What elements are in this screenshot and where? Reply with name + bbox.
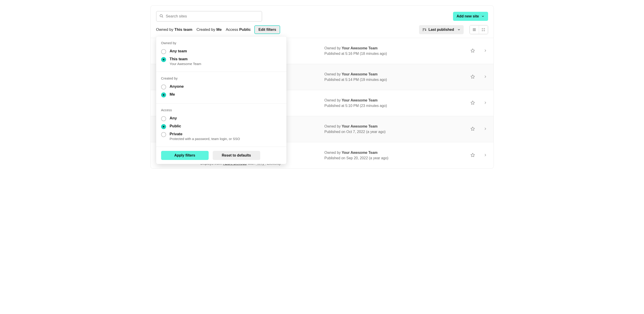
svg-marker-17 [471,153,474,157]
star-icon [470,75,475,79]
star-icon [470,127,475,131]
radio-access-private[interactable]: Private Protected with a password, team … [161,131,282,142]
site-owner-line: Owned by Your Awesome Team [324,124,471,128]
favorite-button[interactable] [470,100,476,107]
filter-section-created: Created by Anyone Me [156,72,286,104]
radio-created-me[interactable]: Me [161,91,282,99]
star-icon [470,49,475,53]
reset-filters-button[interactable]: Reset to defaults [213,151,260,160]
apply-filters-button[interactable]: Apply filters [161,151,209,160]
svg-rect-9 [482,28,483,29]
filter-access: Access Public [226,28,251,32]
owned-by-label: Owned by [324,124,342,128]
filter-section-label: Created by [161,76,282,80]
radio-icon [161,132,166,137]
filter-section-label: Access [161,108,282,112]
site-owner-line: Owned by Your Awesome Team [324,46,471,50]
open-site-button[interactable] [483,74,488,80]
radio-title: This team [170,57,202,61]
radio-title: Private [170,132,240,136]
site-published-line: Published at 5:14 PM (19 minutes ago) [324,78,471,82]
svg-rect-12 [484,30,485,31]
filter-section-access: Access Any Public [156,104,286,147]
owned-by-label: Owned by [324,98,342,102]
owned-by-label: Owned by [324,46,342,50]
owned-by-label: Owned by [324,72,342,76]
filter-owned: Owned by This team [156,28,192,32]
radio-title: Public [170,124,181,128]
radio-icon [161,124,166,129]
chevron-right-icon [484,49,487,53]
site-owner-name: Your Awesome Team [342,124,378,128]
search-field-wrap [156,11,262,22]
chevron-down-icon [481,15,484,18]
radio-subtitle: Protected with a password, team login, o… [170,137,240,141]
radio-title: Any [170,116,177,121]
radio-subtitle: Your Awesome Team [170,62,202,66]
edit-filters-button[interactable]: Edit filters [254,25,280,34]
radio-owned-this-team[interactable]: This team Your Awesome Team [161,56,282,67]
sort-button[interactable]: Last published [419,25,464,34]
radio-icon [161,57,166,62]
filter-created-label: Created by [196,28,215,32]
open-site-button[interactable] [483,48,488,54]
radio-access-any[interactable]: Any [161,115,282,123]
radio-owned-any-team[interactable]: Any team [161,48,282,56]
open-site-button[interactable] [483,152,488,158]
favorite-button[interactable] [470,126,476,133]
view-list-button[interactable] [470,25,479,34]
site-owner-line: Owned by Your Awesome Team [324,72,471,76]
filter-access-value: Public [239,28,251,32]
radio-title: Anyone [170,84,184,89]
chevron-right-icon [484,101,487,105]
radio-title: Me [170,92,175,97]
favorite-button[interactable] [470,48,476,55]
radio-title: Any team [170,49,187,54]
svg-rect-11 [482,30,483,31]
chevron-right-icon [484,153,487,157]
radio-icon [161,92,166,97]
radio-icon [161,49,166,54]
chevron-right-icon [484,75,487,79]
star-icon [470,101,475,105]
site-owner-name: Your Awesome Team [342,151,378,155]
site-owner-name: Your Awesome Team [342,72,378,76]
radio-icon [161,116,166,121]
owned-by-label: Owned by [324,151,342,155]
sort-label: Last published [428,28,454,32]
filter-section-label: Owned by [161,41,282,45]
svg-marker-13 [471,49,474,52]
site-published-line: Published at 5:16 PM (18 minutes ago) [324,52,471,56]
filter-access-label: Access [226,28,238,32]
filter-created: Created by Me [196,28,222,32]
site-owner-name: Your Awesome Team [342,46,378,50]
site-owner-line: Owned by Your Awesome Team [324,151,471,155]
star-icon [470,153,475,157]
svg-line-1 [162,17,163,17]
favorite-button[interactable] [470,74,476,81]
open-site-button[interactable] [483,100,488,106]
svg-marker-14 [471,75,474,78]
filter-created-value: Me [216,28,222,32]
chevron-down-icon [457,28,460,31]
radio-icon [161,85,166,90]
search-input[interactable] [156,11,262,22]
site-published-line: Published on Sep 20, 2022 (a year ago) [324,156,471,160]
radio-created-anyone[interactable]: Anyone [161,83,282,91]
site-owner-line: Owned by Your Awesome Team [324,98,471,102]
add-new-site-button[interactable]: Add new site [453,12,488,21]
search-icon [159,14,164,19]
view-grid-button[interactable] [479,25,488,34]
filter-summary: Owned by This team Created by Me Access … [156,28,251,32]
site-published-line: Published at 5:10 PM (23 minutes ago) [324,104,471,108]
site-owner-name: Your Awesome Team [342,98,378,102]
add-new-site-label: Add new site [457,14,479,18]
view-toggle [470,25,488,34]
svg-marker-16 [471,127,474,131]
open-site-button[interactable] [483,126,488,132]
radio-access-public[interactable]: Public [161,123,282,131]
filter-popover-actions: Apply filters Reset to defaults [156,147,286,164]
sort-icon [422,28,426,32]
chevron-right-icon [484,127,487,131]
favorite-button[interactable] [470,152,476,159]
